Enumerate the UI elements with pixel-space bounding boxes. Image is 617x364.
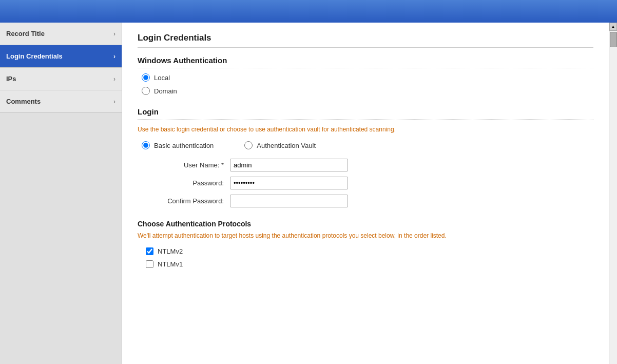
form-label-confirm-password: Confirm Password: — [142, 197, 224, 205]
page-header — [0, 0, 617, 23]
login-heading: Login — [138, 107, 593, 120]
login-section: LoginUse the basic login credential or c… — [138, 107, 593, 207]
radio-option-domain[interactable]: Domain — [142, 87, 593, 95]
form-input-password[interactable] — [230, 177, 348, 189]
auth-option-label-basic: Basic authentication — [154, 142, 214, 149]
protocols-section: Choose Authentication ProtocolsWe'll att… — [138, 220, 593, 268]
protocols-info-text: We'll attempt authentication to target h… — [138, 231, 593, 240]
login-info-text: Use the basic login credential or choose… — [138, 125, 593, 134]
radio-local[interactable] — [142, 73, 150, 82]
checkbox-label-ntlmv2: NTLMv2 — [158, 247, 183, 255]
section-title: Login Credentials — [138, 33, 593, 48]
checkbox-ntlmv2[interactable] — [146, 247, 153, 255]
scrollbar-track[interactable]: ▲ — [609, 23, 617, 364]
sidebar-item-label: IPs — [6, 75, 16, 83]
checkbox-ntlmv1[interactable] — [146, 260, 153, 268]
sidebar-item-login-credentials[interactable]: Login Credentials› — [0, 45, 122, 68]
sidebar-item-record-title[interactable]: Record Title› — [0, 23, 122, 45]
chevron-right-icon: › — [113, 30, 115, 37]
form-row-username: User Name: * — [142, 159, 593, 171]
auth-option-basic[interactable]: Basic authentication — [142, 141, 214, 149]
sidebar-item-label: Login Credentials — [6, 52, 63, 60]
windows-auth-radio-group: LocalDomain — [142, 73, 593, 95]
main-content: Login CredentialsWindows AuthenticationL… — [122, 23, 609, 364]
auth-option-label-vault: Authentication Vault — [257, 142, 316, 149]
form-input-confirm-password[interactable] — [230, 195, 348, 207]
form-row-password: Password: — [142, 177, 593, 189]
chevron-right-icon: › — [113, 75, 115, 83]
form-row-confirm-password: Confirm Password: — [142, 195, 593, 207]
checkbox-option-ntlmv1[interactable]: NTLMv1 — [146, 260, 593, 268]
sidebar-item-label: Record Title — [6, 30, 45, 37]
windows-auth-heading: Windows Authentication — [138, 56, 593, 68]
auth-options-group: Basic authenticationAuthentication Vault — [142, 141, 593, 149]
sidebar-item-label: Comments — [6, 98, 41, 105]
radio-option-local[interactable]: Local — [142, 73, 593, 82]
sidebar: Record Title›Login Credentials›IPs›Comme… — [0, 23, 122, 364]
radio-auth-vault[interactable] — [244, 141, 253, 149]
chevron-right-icon: › — [113, 98, 115, 105]
auth-option-vault[interactable]: Authentication Vault — [244, 141, 316, 149]
main-layout: Record Title›Login Credentials›IPs›Comme… — [0, 23, 617, 364]
form-input-username[interactable] — [230, 159, 348, 171]
checkbox-option-ntlmv2[interactable]: NTLMv2 — [146, 247, 593, 255]
chevron-right-icon: › — [113, 53, 115, 60]
radio-domain[interactable] — [142, 87, 150, 95]
radio-label-domain: Domain — [154, 87, 177, 95]
windows-auth-section: Windows AuthenticationLocalDomain — [138, 56, 593, 95]
login-form-grid: User Name: *Password:Confirm Password: — [142, 159, 593, 207]
form-label-password: Password: — [142, 179, 224, 187]
radio-label-local: Local — [154, 74, 170, 82]
protocols-heading: Choose Authentication Protocols — [138, 220, 593, 228]
sidebar-item-comments[interactable]: Comments› — [0, 90, 122, 113]
form-label-username: User Name: * — [142, 161, 224, 169]
checkbox-label-ntlmv1: NTLMv1 — [158, 260, 183, 268]
scrollbar-thumb[interactable] — [610, 32, 617, 47]
sidebar-item-ips[interactable]: IPs› — [0, 68, 122, 90]
scrollbar-up-arrow[interactable]: ▲ — [609, 23, 617, 31]
radio-auth-basic[interactable] — [142, 141, 150, 149]
